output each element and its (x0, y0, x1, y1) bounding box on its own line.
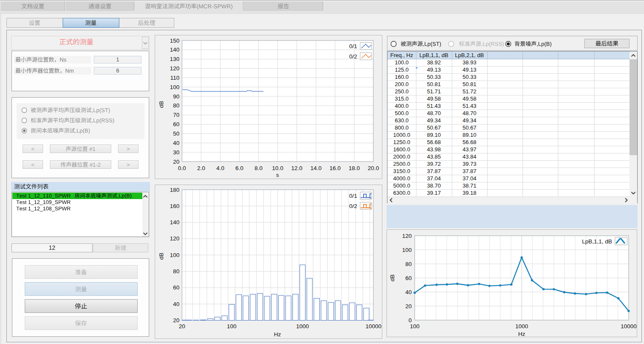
svg-text:Hz: Hz (274, 331, 281, 338)
svg-text:80: 80 (173, 102, 179, 109)
svg-text:140: 140 (170, 219, 179, 225)
svg-text:60: 60 (173, 121, 179, 127)
svg-text:90: 90 (173, 93, 179, 100)
svg-text:10000: 10000 (621, 323, 637, 330)
svg-text:dB: dB (158, 101, 165, 108)
svg-text:14.0: 14.0 (310, 165, 321, 171)
svg-text:160: 160 (170, 203, 179, 209)
svg-text:40: 40 (405, 289, 412, 295)
svg-text:100: 100 (170, 84, 179, 90)
svg-text:Hz: Hz (518, 331, 526, 337)
svg-text:0.0: 0.0 (178, 165, 186, 171)
svg-text:120: 120 (402, 233, 412, 239)
svg-text:6.0: 6.0 (235, 165, 243, 171)
svg-text:0/2: 0/2 (349, 203, 357, 209)
svg-text:1000: 1000 (296, 323, 309, 330)
svg-text:70: 70 (173, 112, 179, 118)
svg-text:40: 40 (173, 140, 179, 146)
svg-text:100: 100 (170, 252, 179, 258)
svg-text:40: 40 (173, 301, 179, 307)
svg-text:4.0: 4.0 (216, 165, 224, 171)
svg-text:20: 20 (173, 317, 179, 324)
svg-text:10.0: 10.0 (272, 165, 283, 171)
svg-text:60: 60 (173, 284, 179, 291)
svg-text:50: 50 (173, 130, 179, 137)
svg-text:80: 80 (173, 268, 179, 275)
svg-text:2.0: 2.0 (197, 165, 205, 171)
svg-text:10000: 10000 (365, 323, 381, 330)
svg-text:LpB,1,1, dB: LpB,1,1, dB (582, 238, 612, 245)
svg-text:dB: dB (158, 253, 165, 260)
svg-text:100: 100 (227, 323, 237, 330)
svg-text:20: 20 (405, 303, 412, 309)
svg-text:120: 120 (170, 65, 179, 72)
svg-text:100: 100 (410, 323, 420, 330)
svg-text:0: 0 (408, 317, 412, 324)
svg-text:20: 20 (179, 323, 185, 330)
svg-text:120: 120 (170, 235, 179, 242)
svg-text:16.0: 16.0 (329, 165, 341, 171)
svg-text:110: 110 (170, 75, 179, 81)
svg-text:dB: dB (389, 275, 396, 282)
svg-text:60: 60 (405, 275, 412, 281)
svg-text:20.0: 20.0 (368, 165, 379, 171)
svg-text:130: 130 (170, 56, 179, 62)
svg-text:s: s (276, 172, 279, 178)
svg-text:20: 20 (173, 159, 179, 165)
svg-text:12.0: 12.0 (291, 165, 302, 171)
svg-text:100: 100 (402, 247, 412, 253)
svg-text:1000: 1000 (515, 323, 528, 330)
svg-text:0/1: 0/1 (349, 193, 357, 199)
svg-text:18.0: 18.0 (349, 165, 360, 171)
svg-text:30: 30 (173, 149, 179, 156)
svg-text:180: 180 (170, 187, 179, 193)
svg-text:8.0: 8.0 (254, 165, 263, 171)
svg-text:80: 80 (405, 261, 412, 267)
